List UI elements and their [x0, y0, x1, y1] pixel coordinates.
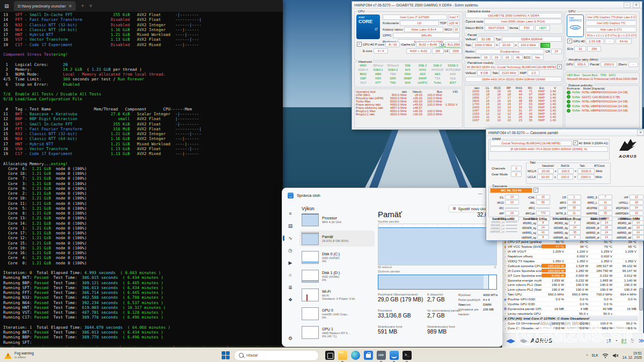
taskbar-app-hwinfo[interactable]: HW: [377, 351, 386, 360]
sidebar-card-gpu-0[interactable]: GPU 0Intel(R) UHD Grap...0%: [299, 306, 375, 322]
taskbar-app-taskmgr[interactable]: [390, 351, 399, 360]
sensor-row[interactable]: ›Core C6 Obsadenosť0.0 %0.0 %100.0 %6.0 …: [503, 331, 638, 332]
sensor-row[interactable]: ›Napäťové offsety0.000 V0.000 V: [503, 254, 638, 259]
rail-menu-icon[interactable]: ≡: [286, 210, 295, 217]
clock-group: Takt NásobiteľRefClkTaktBTClockMCLK20.00…: [526, 162, 611, 184]
timing-field: tWTP35: [552, 205, 581, 210]
sensor-row[interactable]: ›Limity násobiteľa GPU OC50.0 x50.0 x: [503, 311, 638, 316]
cpu-select-checkbox[interactable]: ✓: [357, 42, 362, 47]
memory-stat: Vo vyrovnávacej pamäti2,7 GB: [427, 309, 460, 319]
sensor-row[interactable]: ⚡IA VR VOUT1.209 V1.200 V1.259 V1.205 V: [503, 249, 638, 254]
sidebar-card-wi-fi[interactable]: Wi-FiWi-FiOdoslané: 0 Prijaté: 0 kb: [299, 287, 375, 303]
sensor-row[interactable]: ▦Dynamická pamäť GPU D3D16 MB4 MB40 MB16…: [503, 306, 638, 311]
dimm-select[interactable]: Crucial Technology BLM8G44C19U4B.M8FB1: [490, 141, 572, 146]
close-button[interactable]: ✕: [633, 2, 640, 8]
dimm-checkbox[interactable]: ✓: [573, 141, 578, 145]
sensor-pow-icon: ⚡: [503, 274, 508, 277]
rail-services-icon[interactable]: ❖: [286, 296, 295, 304]
rail-performance-icon[interactable]: ∿: [286, 234, 295, 242]
memory-controller-select[interactable]: MC #0, CH #0: [490, 188, 532, 193]
tab-close-icon[interactable]: ✕: [68, 4, 72, 9]
rail-users-icon[interactable]: ○: [286, 271, 295, 279]
rail-history-icon[interactable]: ◷: [286, 247, 295, 254]
refresh-icon[interactable]: ⇄: [606, 337, 611, 344]
drive-row[interactable]: NVMeINTEL HBRPEKNX0101AH [14 GB]: [567, 90, 638, 95]
memory-side-stat: Vyhradené pre hardvér:236 MB: [458, 307, 498, 316]
sensor-row[interactable]: ⚡VDDQ TX Napätie1.350 V1.350 V1.350 V1.3…: [503, 259, 638, 264]
task-manager-titlebar[interactable]: Správca úloh: [282, 188, 508, 202]
sensor-row[interactable]: ⚡IA Cores Spotreba energie184.604 W1.280…: [503, 268, 638, 273]
memory-stat: Používané (Skomprimované)29,0 GB (179 MB…: [378, 293, 423, 302]
cpu-feature-flag: TM2: [386, 80, 400, 85]
sensor-rows[interactable]: ▮CPU GT jadrá (grafika)50 °C29 °C51 °C39…: [503, 240, 638, 332]
taskbar-app-explorer[interactable]: [338, 351, 347, 360]
taskbar-app-terminal[interactable]: >_: [402, 351, 412, 360]
sensor-row[interactable]: ⚡Spotreba energie zvyšku čipu1.659 W0.23…: [503, 278, 638, 283]
memory-composition-bar[interactable]: [378, 275, 497, 290]
sidebar-card-gpu-1[interactable]: GPU 1AMD Radeon RX 5...0% (43 °C): [299, 324, 375, 341]
settings-gear-icon[interactable]: ⚙: [286, 335, 295, 342]
tray-overflow-icon[interactable]: ^: [586, 353, 588, 357]
sensor-row[interactable]: ⚡Celková spotreba CPU185.122 W1.528 W186…: [503, 263, 638, 268]
clock-icon[interactable]: ◔: [614, 337, 618, 344]
settings-icon[interactable]: ⚙: [630, 337, 635, 344]
sensor-row[interactable]: ⚡GT Core Spotreba energie0.050 W0.000 W0…: [503, 273, 638, 278]
module-checkbox[interactable]: ✓: [557, 64, 562, 69]
prev-page-icon[interactable]: ◀▶: [506, 337, 515, 344]
sensor-row[interactable]: ›Využitie GPU D3D0.0 %0.0 %: [503, 302, 638, 307]
save-icon[interactable]: ▤: [621, 337, 626, 344]
sensor-row[interactable]: ⚡Limit výkonu PL1 (Static)190.0 W190.0 W…: [503, 283, 638, 287]
rail-processes-icon[interactable]: ▤: [286, 222, 295, 230]
tab-dropdown-icon[interactable]: ˅: [89, 3, 92, 9]
module-select[interactable]: #0 [BANK0 DDR4-A1]: Crucial Technology B…: [465, 64, 556, 70]
sensor-row[interactable]: ›Core C0 Obsadenosť100.0 %0.0 %100.0 %66…: [503, 321, 638, 326]
clock[interactable]: 19:51 14. 12. 2025: [623, 351, 642, 359]
new-tab-button[interactable]: +: [81, 3, 84, 9]
wifi-icon[interactable]: [602, 353, 609, 358]
sidebar-card-disk-0-c-[interactable]: Disk 0 (C:)SSD (NAND)0%: [299, 249, 375, 265]
sidebar-card-procesor[interactable]: Procesor98% 4,26 GHz: [299, 212, 375, 228]
sensor-row[interactable]: ›Core C1 Obsadenosť0.0 %0.0 %98.2 %36.3 …: [503, 326, 638, 331]
sensor-row[interactable]: ◉Použitie GPU D3D0.0 %0.0 %0.0 %0.0 %: [503, 297, 638, 302]
minimize-button[interactable]: –: [624, 2, 631, 8]
weather-widget[interactable]: Fog warning in effect: [4, 351, 34, 359]
sensor-row[interactable]: ◔Takt GPU650.0 MHz650.0 MHz700.0 MHz654.…: [503, 292, 638, 297]
minimize-button[interactable]: —: [478, 191, 482, 196]
close-button[interactable]: ✕: [637, 130, 644, 136]
taskbar-app-taskview[interactable]: [325, 351, 334, 360]
graph-time-label: 60 sekúnd: [378, 265, 392, 269]
console-line: 16 N64 - Classic NTT (64-bit) 1.16 GiB A…: [3, 136, 280, 141]
language-indicator[interactable]: SLK: [592, 353, 598, 357]
start-button[interactable]: [222, 351, 230, 359]
sensor-row[interactable]: ▮VR VCC Teplota (SVID)77 °C38 °C79 °C65 …: [503, 245, 638, 249]
console-line: Core 19: 1.21 GiB node 0 (100%): [3, 246, 280, 250]
drive-row[interactable]: NVMeSSSTC CA6-8D2048 [2.0 TB]: [567, 95, 638, 100]
terminal-output[interactable]: 13 SFT - Small In-Cache FFT 255 KiB AVX2…: [3, 12, 280, 345]
drive-row[interactable]: NVMeINTEL HBRPEKNX0101AH [14 GB]: [567, 104, 638, 109]
timing-field: tWL55: [521, 200, 550, 205]
sidebar-card-disk-1-d-[interactable]: Disk 1 (D:)SSD (NVMe)0%: [299, 268, 375, 284]
expand-icon[interactable]: ≫: [638, 337, 644, 344]
taskbar-app-edge[interactable]: [351, 351, 360, 360]
next-page-icon[interactable]: ◀▶: [518, 337, 528, 344]
rail-details-icon[interactable]: ≣: [286, 284, 295, 291]
taskbar-search[interactable]: Hľadať: [234, 350, 319, 361]
volume-muted-icon[interactable]: [612, 353, 619, 358]
mc-checkbox[interactable]: ✓: [533, 188, 538, 193]
terminal-tab[interactable]: D:\Nový priečinok\y cruncher ✕: [14, 1, 76, 11]
gpu-select-checkbox[interactable]: ✓: [567, 39, 572, 43]
hwinfo-sensors-window: ▮CPU GT jadrá (grafika)50 °C29 °C51 °C39…: [502, 239, 643, 349]
drive-row[interactable]: NVMeINTEL HBRPEKNX0101AH [14 GB]: [567, 108, 638, 113]
hwinfo-summary-titlebar[interactable]: HWiNFO64 v7.06-5270 — GIGABYTE Z690 GAMI…: [352, 2, 642, 9]
sensor-row[interactable]: ⚡Limit výkonu PL2 (Static)190.0 W190.0 W…: [503, 287, 638, 292]
console-line: Core 18: 1.21 GiB node 0 (100%): [3, 171, 280, 176]
memory-timing-titlebar[interactable]: HWiNFO64 v7.06-5270 — Časovanie pamätí ✕: [486, 129, 644, 136]
hwinfo-memory-timing-window: HWiNFO64 v7.06-5270 — Časovanie pamätí ✕…: [486, 129, 644, 241]
drive-row[interactable]: NVMeINTEL HBRPEKNX0101AH [14 GB]: [567, 99, 638, 104]
timing-groups: Same ChipselecttRDRD_cstRDWR_cstWRRD_cst…: [488, 217, 644, 239]
sidebar-card-pam-[interactable]: Pamäť29,0/31,8 GB (91%): [299, 231, 375, 247]
sensor-section-header[interactable]: ∨CPU [#0]: Intel Core i7-12700K: C-State…: [503, 316, 638, 321]
taskbar-app-store[interactable]: [364, 351, 373, 360]
rail-startup-icon[interactable]: ▶: [286, 259, 295, 267]
sensors-scrollbar[interactable]: [639, 240, 642, 332]
